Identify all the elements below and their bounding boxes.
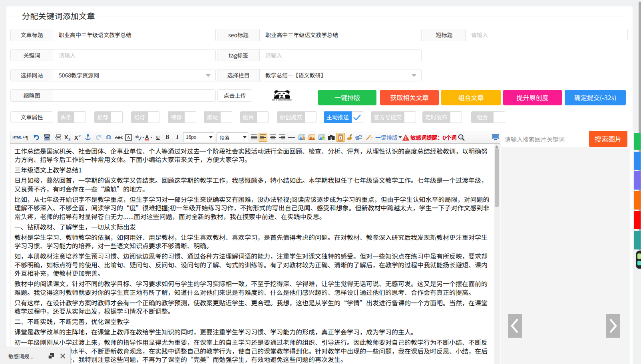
svg-text:2: 2: [68, 137, 70, 141]
svg-text:X: X: [74, 135, 78, 140]
svg-text:A: A: [127, 135, 130, 140]
svg-text:X: X: [64, 134, 68, 140]
svg-text:T: T: [340, 136, 342, 140]
svg-text:¶: ¶: [25, 135, 28, 141]
svg-text:ab: ab: [135, 135, 139, 139]
svg-text:A: A: [145, 134, 149, 140]
svg-text:2: 2: [78, 134, 80, 138]
